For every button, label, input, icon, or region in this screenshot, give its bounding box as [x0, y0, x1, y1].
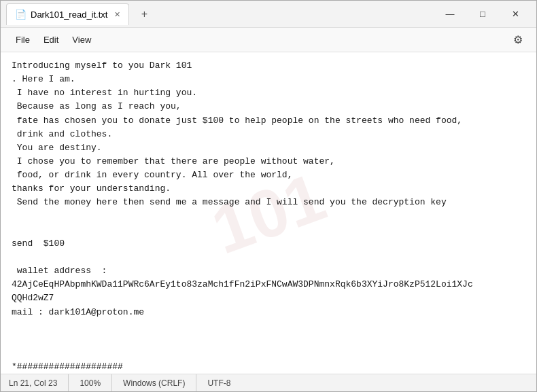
- cursor-position: Ln 21, Col 23: [9, 374, 69, 391]
- menu-file[interactable]: File: [9, 32, 37, 48]
- zoom-level[interactable]: 100%: [69, 374, 112, 391]
- menu-bar: File Edit View ⚙: [1, 28, 536, 52]
- editor-content[interactable]: 101 Introducing myself to you Dark 101 .…: [1, 52, 536, 374]
- menu-edit[interactable]: Edit: [37, 32, 65, 48]
- tab-title: Dark101_read_it.txt: [31, 10, 107, 20]
- minimize-button[interactable]: —: [434, 3, 466, 25]
- file-icon: 📄: [15, 9, 27, 20]
- encoding[interactable]: UTF-8: [196, 374, 241, 391]
- active-tab[interactable]: 📄 Dark101_read_it.txt ✕: [6, 3, 129, 25]
- close-button[interactable]: ✕: [500, 3, 531, 25]
- maximize-button[interactable]: □: [467, 3, 498, 25]
- settings-icon[interactable]: ⚙: [508, 31, 528, 49]
- document-text: Introducing myself to you Dark 101 . Her…: [12, 59, 525, 374]
- new-tab-button[interactable]: +: [135, 5, 154, 24]
- tab-close-button[interactable]: ✕: [114, 10, 120, 19]
- app-window: 📄 Dark101_read_it.txt ✕ + — □ ✕ File Edi…: [0, 0, 537, 392]
- title-bar: 📄 Dark101_read_it.txt ✕ + — □ ✕: [1, 1, 536, 28]
- line-ending[interactable]: Windows (CRLF): [112, 374, 196, 391]
- status-bar: Ln 21, Col 23 100% Windows (CRLF) UTF-8: [1, 374, 536, 391]
- title-bar-left: 📄 Dark101_read_it.txt ✕ +: [6, 3, 434, 25]
- menu-view[interactable]: View: [65, 32, 98, 48]
- window-controls: — □ ✕: [434, 3, 531, 25]
